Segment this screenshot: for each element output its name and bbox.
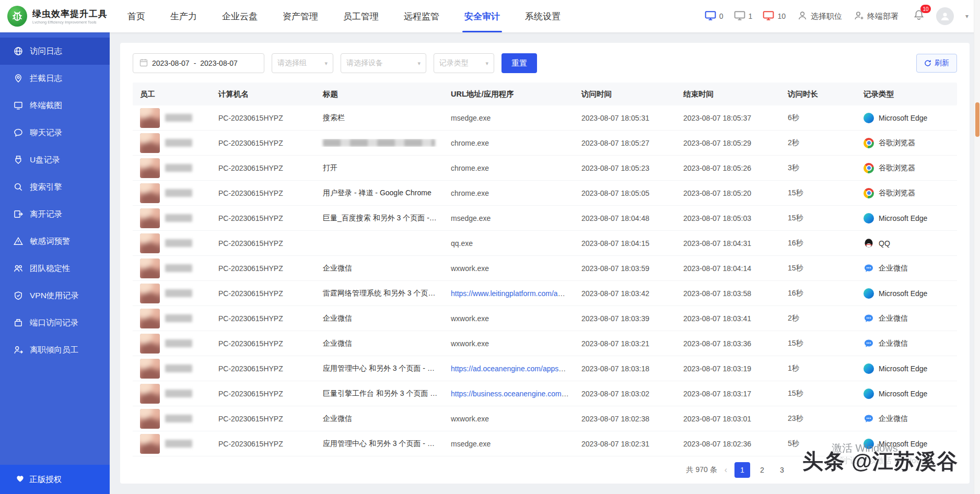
duration-cell: 3秒 (780, 163, 856, 173)
end-time-cell: 2023-08-07 18:05:37 (676, 114, 780, 122)
nav-item-5[interactable]: 远程监管 (391, 0, 452, 32)
employee-name-blurred (165, 114, 192, 122)
header-status-2[interactable]: 10 (763, 10, 786, 22)
sidebar-item-9[interactable]: VPN使用记录 (0, 282, 110, 309)
refresh-button[interactable]: 刷新 (916, 54, 957, 73)
sidebar-item-label: U盘记录 (30, 155, 60, 166)
globe-icon (14, 46, 23, 56)
avatar (140, 158, 160, 178)
nav-item-7[interactable]: 系统设置 (512, 0, 573, 32)
sidebar-item-0[interactable]: 访问日志 (0, 38, 110, 65)
employee-cell (133, 334, 211, 354)
device-select[interactable]: 请选择设备 ▾ (341, 53, 426, 73)
sidebar-item-4[interactable]: U盘记录 (0, 146, 110, 173)
url-link[interactable]: https://www.leitingplatform.com/admin... (451, 289, 574, 298)
record-type-cell: 企业微信 (856, 414, 957, 424)
nav-item-1[interactable]: 生产力 (158, 0, 209, 32)
url-app-cell: msedge.exe (444, 214, 574, 222)
title-cell: 巨量_百度搜索 和另外 3 个页面 - 用户配... (316, 214, 444, 223)
heart-icon (16, 474, 25, 485)
deploy-icon (854, 10, 864, 22)
title-cell: 巨量引擎工作台 和另外 3 个页面 - 用户配... (316, 389, 444, 398)
url-app-cell: https://ad.oceanengine.com/apps_plat... (444, 364, 574, 373)
column-header-4: 访问时间 (574, 89, 676, 99)
sidebar-item-6[interactable]: 离开记录 (0, 201, 110, 228)
record-type-placeholder: 记录类型 (439, 58, 469, 68)
terminal-deploy-button[interactable]: 终端部署 (854, 10, 899, 22)
computer-name-cell: PC-20230615HYPZ (211, 289, 316, 298)
end-time-cell: 2023-08-07 18:03:41 (676, 314, 780, 323)
license-bar[interactable]: 正版授权 (0, 465, 110, 494)
avatar (140, 258, 160, 278)
sidebar-item-2[interactable]: 终端截图 (0, 92, 110, 119)
sidebar-item-7[interactable]: 敏感词预警 (0, 228, 110, 255)
logo-subtitle: Lvchong Efficiency Improvement Tools (32, 20, 100, 24)
wecom-icon (864, 263, 874, 274)
record-type-label: 企业微信 (879, 414, 908, 424)
pagination-page-2[interactable]: 2 (754, 462, 770, 478)
url-app-cell: chrome.exe (444, 139, 574, 147)
pagination-page-3[interactable]: 3 (774, 462, 790, 478)
duration-cell: 2秒 (780, 314, 856, 323)
start-time-cell: 2023-08-07 18:05:27 (574, 139, 676, 147)
start-time-cell: 2023-08-07 18:03:21 (574, 339, 676, 348)
sidebar-item-8[interactable]: 团队稳定性 (0, 255, 110, 282)
end-time-cell: 2023-08-07 18:03:58 (676, 289, 780, 298)
calendar-icon (139, 58, 148, 68)
url-app-cell: qq.exe (444, 239, 574, 248)
employee-cell (133, 434, 211, 454)
chrome-icon (864, 163, 874, 173)
record-type-label: 谷歌浏览器 (879, 138, 915, 148)
sidebar-item-3[interactable]: 聊天记录 (0, 119, 110, 146)
record-type-label: 企业微信 (879, 264, 908, 273)
user-avatar[interactable] (936, 7, 954, 25)
group-select[interactable]: 请选择组 ▾ (272, 53, 333, 73)
column-header-6: 访问时长 (780, 89, 856, 99)
chevron-down-icon[interactable]: ▾ (965, 13, 969, 20)
record-type-label: Microsoft Edge (879, 390, 927, 398)
header-status-1[interactable]: 1 (734, 10, 753, 22)
record-type-label: 企业微信 (879, 339, 908, 348)
record-type-select[interactable]: 记录类型 ▾ (434, 53, 494, 73)
nav-item-3[interactable]: 资产管理 (270, 0, 331, 32)
sidebar-item-10[interactable]: 端口访问记录 (0, 309, 110, 336)
nav-item-6[interactable]: 安全审计 (452, 0, 512, 32)
url-link[interactable]: https://ad.oceanengine.com/apps_plat... (451, 364, 574, 373)
refresh-label: 刷新 (935, 58, 949, 68)
status-count: 0 (719, 12, 724, 20)
nav-item-2[interactable]: 企业云盘 (209, 0, 270, 32)
reset-button[interactable]: 重置 (501, 53, 537, 73)
edge-icon (864, 213, 874, 224)
sidebar-item-11[interactable]: 离职倾向员工 (0, 336, 110, 363)
record-type-label: QQ (879, 239, 890, 248)
scrollbar-thumb[interactable] (975, 102, 979, 137)
sidebar-item-label: 端口访问记录 (30, 317, 78, 328)
nav-item-0[interactable]: 首页 (115, 0, 158, 32)
sidebar-item-label: 敏感词预警 (30, 236, 71, 247)
scrollbar-track[interactable] (974, 0, 980, 494)
sidebar-item-5[interactable]: 搜索引擎 (0, 173, 110, 201)
url-app-cell: chrome.exe (444, 164, 574, 172)
pagination-prev-button[interactable]: ‹ (722, 465, 729, 475)
monitor-offline-icon (734, 10, 745, 22)
end-time-cell: 2023-08-07 18:04:31 (676, 239, 780, 248)
notifications-bell[interactable]: 10 (913, 9, 925, 23)
url-link[interactable]: https://business.oceanengine.com/sit... (451, 390, 574, 398)
record-type-cell: Microsoft Edge (856, 389, 957, 399)
date-range-picker[interactable]: 2023-08-07 - 2023-08-07 (133, 53, 264, 73)
header-right: 0110 选择职位 终端部署 10 ▾ (705, 7, 969, 25)
header-status-0[interactable]: 0 (705, 10, 724, 22)
record-type-label: 企业微信 (879, 314, 908, 323)
bell-badge: 10 (920, 5, 931, 13)
pagination-page-1[interactable]: 1 (734, 462, 750, 478)
title-cell: 应用管理中心 和另外 3 个页面 - 用户配置 ... (316, 439, 444, 449)
chevron-down-icon: ▾ (417, 60, 421, 67)
duration-cell: 1秒 (780, 364, 856, 373)
sidebar-item-1[interactable]: 拦截日志 (0, 65, 110, 92)
table-row: PC-20230615HYPZqq.exe2023-08-07 18:04:15… (133, 231, 957, 256)
sidebar-item-label: 离职倾向员工 (30, 345, 78, 356)
nav-item-4[interactable]: 员工管理 (331, 0, 391, 32)
url-app-cell: wxwork.exe (444, 415, 574, 423)
avatar (140, 284, 160, 303)
position-select[interactable]: 选择职位 (797, 10, 842, 22)
